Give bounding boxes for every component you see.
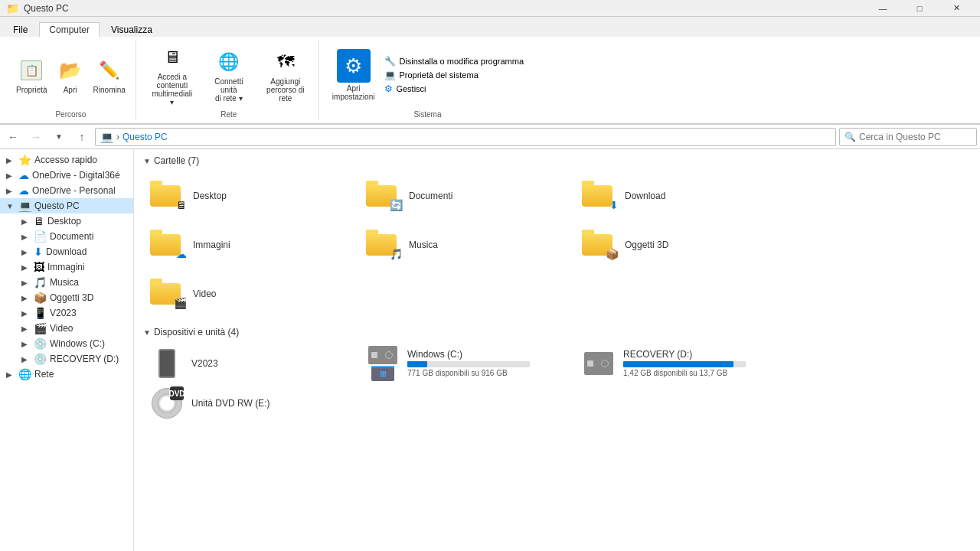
tab-computer[interactable]: Computer [39, 22, 100, 37]
sidebar-item-immagini[interactable]: ▶ 🖼 Immagini [0, 259, 133, 275]
proprieta-icon: 📋 [18, 57, 45, 84]
minimize-button[interactable]: — [865, 0, 900, 17]
cloud-icon: ☁ [18, 184, 29, 197]
sidebar-item-documenti[interactable]: ▶ 📄 Documenti [0, 229, 133, 244]
back-button[interactable]: ← [3, 128, 23, 146]
maximize-button[interactable]: □ [902, 0, 937, 17]
content-area: ▼ Cartelle (7) 🖥 Desktop [134, 149, 980, 551]
sidebar-item-desktop[interactable]: ▶ 🖥 Desktop [0, 214, 133, 229]
gestisci-label: Gestisci [396, 84, 426, 93]
folder-item-desktop[interactable]: 🖥 Desktop [143, 172, 358, 220]
drive-bar-container-d [623, 361, 746, 367]
btn-impostazioni[interactable]: ⚙ Apri impostazioni [328, 47, 379, 103]
folder-item-musica[interactable]: 🎵 Musica [359, 221, 573, 269]
sidebar-item-questo-pc[interactable]: ▼ 💻 Questo PC [0, 198, 133, 214]
btn-media[interactable]: 🖥 Accedi a contenuti multimediali ▾ [145, 41, 199, 109]
sidebar-item-onedrive-personal[interactable]: ▶ ☁ OneDrive - Personal [0, 183, 133, 198]
folder-item-immagini[interactable]: ☁ Immagini [143, 221, 358, 269]
btn-apri[interactable]: 📂 Apri [54, 54, 87, 96]
btn-rinomina-label: Rinomina [93, 86, 126, 94]
cartelle-section-header[interactable]: ▼ Cartelle (7) [143, 155, 971, 166]
main-layout: ▶ ⭐ Accesso rapido ▶ ☁ OneDrive - Digita… [0, 149, 980, 551]
device-item-dvd-e[interactable]: DVD Unità DVD RW (E:) [143, 384, 358, 422]
device-info-recovery-d: RECOVERY (D:) 1,42 GB disponibili su 13,… [623, 349, 782, 377]
sidebar-item-video[interactable]: ▶ 🎬 Video [0, 321, 133, 336]
sidebar-item-recovery-d[interactable]: ▶ 💿 RECOVERY (D:) [0, 351, 133, 367]
address-path[interactable]: 💻 › Questo PC [95, 128, 836, 146]
recent-locations-button[interactable]: ▼ [49, 128, 69, 146]
drive-bar-container-c [407, 361, 530, 367]
folder-icon-download: ⬇ [582, 178, 619, 214]
sidebar-item-rete[interactable]: ▶ 🌐 Rete [0, 367, 133, 382]
recovery-icon: 💿 [34, 353, 47, 365]
sistema-items: ⚙ Apri impostazioni 🔧 Disinstalla o modi… [328, 41, 527, 109]
up-button[interactable]: ↑ [72, 128, 92, 146]
star-icon: ⭐ [18, 154, 31, 166]
expander-icon: ▶ [21, 340, 34, 348]
sidebar-label: V2023 [50, 308, 77, 318]
sidebar-item-download[interactable]: ▶ ⬇ Download [0, 244, 133, 259]
window-controls: — □ ✕ [865, 0, 974, 17]
folder-label-documenti: Documenti [409, 191, 452, 201]
folder-label-immagini: Immagini [193, 240, 230, 250]
folder-item-video[interactable]: 🎬 Video [143, 270, 358, 318]
sistema-group-label: Sistema [413, 110, 441, 119]
sidebar-label: Windows (C:) [50, 338, 105, 349]
sidebar-item-windows-c[interactable]: ▶ 💿 Windows (C:) [0, 336, 133, 351]
proprieta-sistema-icon: 💻 [384, 70, 396, 80]
close-button[interactable]: ✕ [939, 0, 974, 17]
btn-proprieta[interactable]: 📋 Proprietà [12, 54, 51, 96]
media-icon: 🖥 [158, 44, 186, 71]
ribbon-group-rete: 🖥 Accedi a contenuti multimediali ▾ 🌐 Co… [139, 40, 319, 120]
drive-name-windows-c: Windows (C:) [407, 349, 567, 360]
sidebar-label: Musica [50, 277, 79, 288]
apri-icon: 📂 [58, 57, 83, 84]
sidebar-item-musica[interactable]: ▶ 🎵 Musica [0, 275, 133, 290]
folder-item-oggetti3d[interactable]: 📦 Oggetti 3D [575, 221, 789, 269]
sidebar-item-accesso-rapido[interactable]: ▶ ⭐ Accesso rapido [0, 152, 133, 168]
expander-icon: ▶ [21, 233, 34, 241]
v2023-icon: 📱 [34, 307, 47, 319]
rete-items: 🖥 Accedi a contenuti multimediali ▾ 🌐 Co… [145, 41, 312, 109]
device-item-recovery-d[interactable]: RECOVERY (D:) 1,42 GB disponibili su 13,… [575, 344, 789, 383]
tab-file[interactable]: File [3, 22, 38, 37]
btn-aggiungi[interactable]: 🗺 Aggiungi percorso di rete [259, 46, 312, 105]
tab-visualizza[interactable]: Visualizza [101, 22, 162, 37]
video-icon: 🎬 [34, 322, 47, 334]
drive-name-recovery-d: RECOVERY (D:) [623, 349, 782, 360]
device-item-v2023[interactable]: V2023 [143, 344, 358, 383]
folder-item-documenti[interactable]: 🔄 Documenti [359, 172, 573, 220]
disinstalla-icon: 🔧 [384, 56, 396, 67]
path-item-questo-pc[interactable]: Questo PC [122, 132, 168, 142]
expander-icon: ▼ [6, 202, 18, 210]
folder-item-download[interactable]: ⬇ Download [575, 172, 789, 220]
sidebar-item-v2023[interactable]: ▶ 📱 V2023 [0, 305, 133, 321]
drive-name-dvd-e: Unità DVD RW (E:) [191, 398, 351, 409]
btn-proprieta-sistema[interactable]: 💻 Proprietà del sistema [381, 69, 527, 81]
btn-rinomina[interactable]: ✏️ Rinomina [90, 54, 129, 96]
search-input[interactable] [859, 132, 972, 142]
btn-apri-label: Apri [64, 86, 77, 94]
sidebar-label: RECOVERY (D:) [50, 354, 119, 364]
sidebar-label: Oggetti 3D [50, 292, 93, 303]
device-item-windows-c[interactable]: ⊞ Windows (C:) 771 GB disponibili su 916… [359, 344, 573, 383]
phone-icon [150, 350, 184, 377]
ribbon-content: 📋 Proprietà 📂 Apri ✏️ Rinomina [0, 37, 980, 124]
dispositivi-section-header[interactable]: ▼ Dispositivi e unità (4) [143, 327, 971, 337]
rete-group-label: Rete [220, 110, 237, 119]
expander-icon: ▶ [21, 279, 34, 287]
btn-gestisci[interactable]: ⚙ Gestisci [381, 83, 527, 95]
sidebar-item-oggetti3d[interactable]: ▶ 📦 Oggetti 3D [0, 290, 133, 305]
percorso-group-label: Percorso [55, 110, 86, 119]
percorso-items: 📋 Proprietà 📂 Apri ✏️ Rinomina [12, 41, 129, 109]
btn-disinstalla[interactable]: 🔧 Disinstalla o modifica programma [381, 55, 527, 67]
expander-icon: ▶ [21, 248, 34, 256]
sidebar-item-onedrive-digital[interactable]: ▶ ☁ OneDrive - Digital36é [0, 168, 133, 183]
forward-button[interactable]: → [26, 128, 46, 146]
sidebar-label: OneDrive - Digital36é [32, 170, 120, 181]
device-info-v2023: V2023 [191, 358, 351, 369]
drive-bar-d [623, 361, 733, 367]
drive-space-c: 771 GB disponibili su 916 GB [407, 369, 567, 377]
rinomina-icon: ✏️ [97, 57, 122, 84]
btn-connetti[interactable]: 🌐 Connetti unità di rete ▾ [202, 46, 256, 105]
